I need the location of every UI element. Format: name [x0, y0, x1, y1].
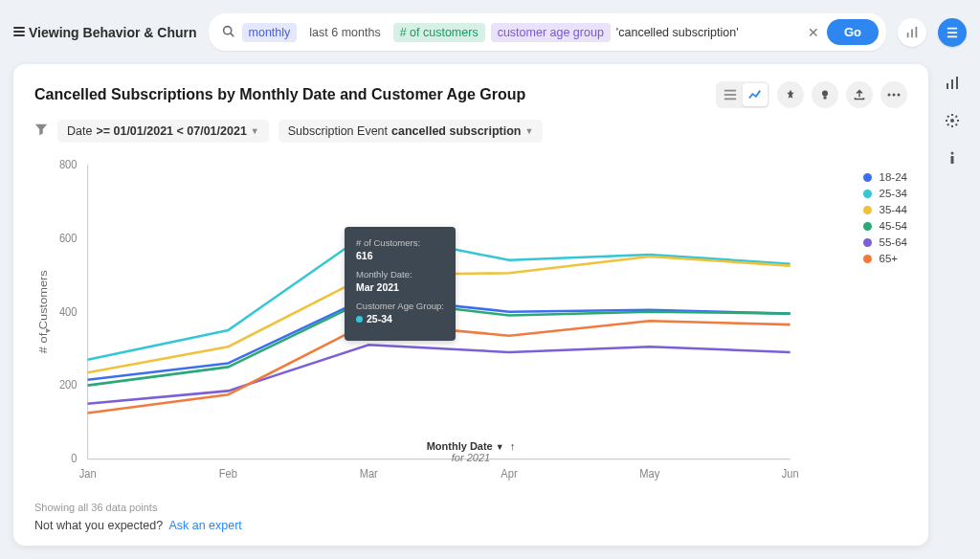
pin-icon[interactable]	[777, 81, 804, 108]
legend-item[interactable]: 65+	[863, 253, 907, 264]
svg-point-3	[223, 26, 231, 34]
search-icon	[222, 24, 234, 41]
chart-view-icon[interactable]	[743, 83, 768, 106]
brand-header: Viewing Behavior & Churn	[13, 25, 197, 40]
svg-point-16	[888, 94, 891, 97]
pill-age-group[interactable]: customer age group	[491, 23, 611, 42]
svg-text:# of Customers: # of Customers	[37, 270, 50, 353]
svg-point-17	[893, 94, 896, 97]
insight-icon[interactable]	[812, 81, 838, 108]
svg-point-38	[951, 152, 954, 155]
legend-item[interactable]: 55-64	[863, 236, 907, 248]
svg-rect-35	[951, 79, 953, 89]
svg-text:0: 0	[71, 452, 77, 466]
svg-rect-11	[724, 90, 736, 92]
svg-text:May: May	[639, 466, 659, 481]
x-axis-title[interactable]: Monthly Date ▼ ↑ for 2021	[427, 440, 516, 463]
filter-row: Date >= 01/01/2021 < 07/01/2021▼ Subscri…	[34, 120, 907, 143]
svg-text:Mar: Mar	[360, 466, 378, 481]
card-toolbar	[716, 81, 907, 108]
clear-search-icon[interactable]: ✕	[800, 25, 827, 40]
pill-monthly[interactable]: monthly	[242, 23, 298, 42]
filter-icon[interactable]	[34, 123, 48, 140]
rail-settings-icon[interactable]	[945, 113, 960, 133]
chart-area[interactable]: ▸ 0200400600800JanFebMarAprMayJun# of Cu…	[34, 152, 907, 496]
legend: 18-2425-3435-4445-5455-6465+	[863, 171, 907, 269]
svg-text:600: 600	[59, 231, 78, 245]
svg-text:Feb: Feb	[219, 466, 237, 481]
share-icon[interactable]	[846, 81, 873, 108]
ask-expert-link[interactable]: Ask an expert	[168, 519, 241, 532]
legend-item[interactable]: 35-44	[863, 204, 907, 215]
profile-button[interactable]	[938, 18, 967, 47]
expand-y-icon[interactable]: ▸	[46, 324, 51, 335]
feedback-footer: Not what you expected? Ask an expert	[34, 519, 907, 532]
svg-rect-5	[907, 33, 909, 37]
data-count: Showing all 36 data points	[34, 502, 157, 513]
chart-shortcut-icon[interactable]	[898, 18, 926, 47]
search-bar[interactable]: monthly last 6 months # of customers cus…	[209, 13, 886, 51]
brand-title: Viewing Behavior & Churn	[29, 25, 197, 40]
legend-item[interactable]: 18-24	[863, 171, 907, 183]
tooltip: # of Customers: 616 Monthly Date: Mar 20…	[345, 227, 456, 341]
svg-rect-0	[13, 27, 25, 29]
right-rail	[928, 64, 967, 546]
card-title: Cancelled Subscriptions by Monthly Date …	[34, 86, 525, 103]
svg-text:Jan: Jan	[79, 466, 97, 481]
svg-text:Jun: Jun	[782, 466, 799, 481]
svg-rect-34	[947, 83, 948, 89]
view-toggle	[716, 81, 769, 108]
svg-point-18	[898, 94, 901, 97]
topbar: Viewing Behavior & Churn monthly last 6 …	[13, 13, 967, 51]
svg-rect-8	[947, 27, 958, 29]
svg-text:Apr: Apr	[501, 466, 517, 481]
brand-icon	[13, 25, 25, 40]
svg-rect-2	[13, 34, 25, 36]
svg-rect-10	[947, 35, 958, 37]
svg-text:800: 800	[59, 157, 78, 171]
pill-num-customers[interactable]: # of customers	[393, 23, 485, 42]
svg-rect-36	[956, 77, 958, 89]
search-query-text: 'cancelled subscription'	[616, 26, 739, 39]
svg-point-14	[822, 91, 828, 97]
svg-text:200: 200	[59, 378, 78, 392]
svg-rect-13	[724, 99, 736, 101]
pill-last6months[interactable]: last 6 months	[302, 23, 387, 42]
svg-rect-1	[13, 31, 25, 33]
svg-rect-6	[911, 29, 913, 37]
table-view-icon[interactable]	[718, 83, 743, 106]
legend-item[interactable]: 25-34	[863, 188, 907, 199]
svg-rect-39	[951, 156, 954, 164]
svg-rect-7	[916, 26, 918, 36]
more-icon[interactable]	[880, 81, 907, 108]
chart-card: Cancelled Subscriptions by Monthly Date …	[13, 64, 928, 546]
svg-rect-9	[947, 32, 958, 34]
rail-chart-icon[interactable]	[945, 76, 960, 96]
svg-point-37	[950, 119, 954, 123]
svg-text:400: 400	[59, 304, 78, 319]
svg-rect-15	[824, 97, 827, 100]
rail-info-icon[interactable]	[945, 150, 960, 170]
filter-event-chip[interactable]: Subscription Event cancelled subscriptio…	[278, 120, 544, 143]
filter-date-chip[interactable]: Date >= 01/01/2021 < 07/01/2021▼	[57, 120, 269, 143]
svg-line-4	[230, 33, 233, 35]
go-button[interactable]: Go	[827, 19, 879, 45]
legend-item[interactable]: 45-54	[863, 220, 907, 232]
svg-rect-12	[724, 94, 736, 96]
